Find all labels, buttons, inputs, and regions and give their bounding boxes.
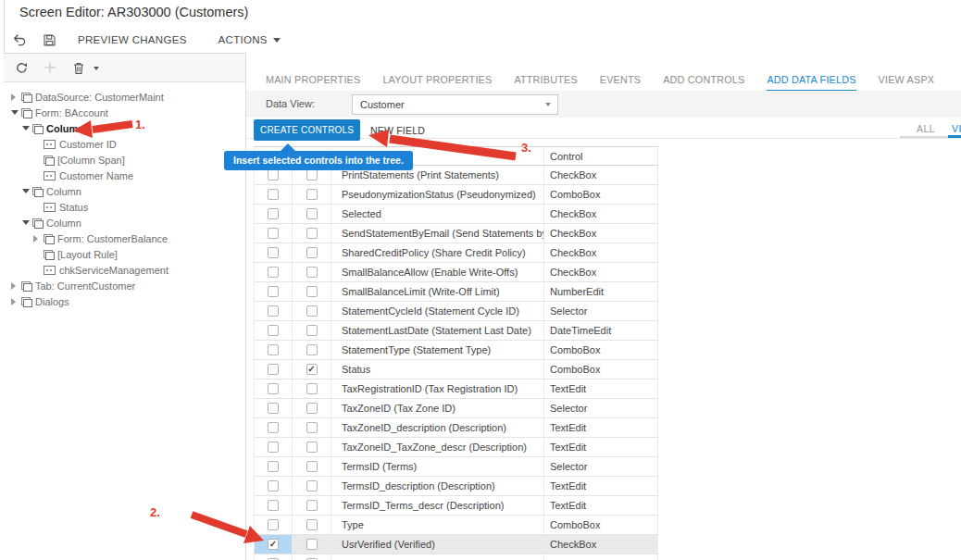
grid-row-usrverified-verified[interactable]: UsrVerified (Verified)CheckBox [254, 535, 658, 554]
back-icon[interactable] [11, 31, 28, 48]
grid-row-type[interactable]: TypeComboBox [254, 516, 658, 535]
row-checkbox-1[interactable] [268, 403, 279, 414]
grid-row-termsid-description-description[interactable]: TermsID_description (Description)TextEdi… [254, 477, 658, 496]
row-checkbox-1[interactable] [268, 208, 279, 219]
row-checkbox-1[interactable] [268, 247, 279, 258]
tab-add-data-fields[interactable]: ADD DATA FIELDS [767, 74, 855, 93]
row-checkbox-2[interactable] [306, 189, 318, 200]
grid-row-statementcycleid-statement-cycle-id[interactable]: StatementCycleId (Statement Cycle ID)Sel… [254, 302, 658, 321]
row-checkbox-2[interactable] [306, 169, 318, 180]
tree-item-form-customerbalance[interactable]: Form: CustomerBalance [4, 230, 245, 246]
row-checkbox-2[interactable] [306, 403, 318, 414]
tree-expander-icon[interactable] [11, 296, 21, 307]
row-checkbox-2[interactable] [306, 286, 318, 297]
preview-changes-button[interactable]: PREVIEW CHANGES [78, 34, 187, 45]
row-checkbox-1[interactable] [268, 228, 279, 239]
grid-row-termsid-terms[interactable]: TermsID (Terms)Selector [254, 457, 658, 477]
grid-row-pseudonymizationstatus-pseudonymized[interactable]: PseudonymizationStatus (Pseudonymized)Co… [254, 185, 658, 205]
tree-expander-icon[interactable] [22, 216, 32, 230]
row-checkbox-2[interactable] [306, 422, 318, 433]
tree-item-tab-currentcustomer[interactable]: Tab: CurrentCustomer [4, 278, 245, 293]
row-checkbox-1[interactable] [268, 519, 279, 530]
row-checkbox-2[interactable] [306, 364, 318, 375]
row-checkbox-1[interactable] [268, 539, 279, 550]
row-checkbox-1[interactable] [268, 480, 279, 492]
row-checkbox-1[interactable] [268, 305, 279, 317]
tab-attributes[interactable]: ATTRIBUTES [514, 74, 577, 93]
row-checkbox-2[interactable] [306, 383, 318, 394]
row-checkbox-1[interactable] [268, 364, 279, 375]
row-checkbox-1[interactable] [268, 500, 279, 511]
grid-row-sharedcreditpolicy-share-credit-policy[interactable]: SharedCreditPolicy (Share Credit Policy)… [254, 243, 658, 263]
tree-item-column-span[interactable]: [Column Span] [4, 152, 245, 168]
delete-icon[interactable] [70, 59, 87, 76]
tree-expander-icon[interactable] [11, 280, 21, 292]
row-checkbox-2[interactable] [306, 442, 318, 453]
grid-row-termsid-terms-descr-description[interactable]: TermsID_Terms_descr (Description)TextEdi… [254, 496, 658, 516]
grid-row-status[interactable]: StatusComboBox [254, 360, 658, 380]
tree-item-datasource-customermaint[interactable]: DataSource: CustomerMaint [4, 89, 245, 105]
grid-row-taxzoneid-taxzone-descr-description[interactable]: TaxZoneID_TaxZone_descr (Description)Tex… [254, 438, 658, 457]
new-field-button[interactable]: NEW FIELD [370, 125, 425, 136]
data-view-select[interactable]: Customer [352, 94, 558, 115]
tree-item-column[interactable]: Column [4, 120, 245, 136]
tree-item-column[interactable]: Column [4, 183, 245, 199]
row-checkbox-2[interactable] [306, 461, 318, 472]
add-icon[interactable] [42, 59, 58, 76]
tab-main-properties[interactable]: MAIN PROPERTIES [266, 74, 360, 93]
row-checkbox-1[interactable] [268, 461, 279, 472]
row-checkbox-1[interactable] [268, 189, 279, 200]
grid-row-taxzoneid-tax-zone-id[interactable]: TaxZoneID (Tax Zone ID)Selector [254, 399, 658, 418]
actions-menu-button[interactable]: ACTIONS [218, 34, 281, 46]
save-icon[interactable] [41, 31, 57, 48]
row-checkbox-2[interactable] [306, 305, 318, 317]
filter-tab-all[interactable]: ALL [917, 123, 935, 134]
row-checkbox-1[interactable] [268, 383, 279, 394]
row-checkbox-2[interactable] [306, 208, 318, 219]
tab-events[interactable]: EVENTS [600, 74, 641, 93]
tree-item-status[interactable]: Status [4, 199, 245, 215]
row-checkbox-2[interactable] [306, 519, 318, 530]
row-checkbox-1[interactable] [268, 286, 279, 297]
tree-item-column[interactable]: Column [4, 215, 245, 230]
row-checkbox-1[interactable] [268, 325, 279, 336]
row-checkbox-1[interactable] [268, 344, 279, 355]
grid-row-viewincrm-view-in-crm[interactable]: ViewInCrm (View In CRM)CheckBox [254, 554, 658, 560]
tree-item-form-baccount[interactable]: Form: BAccount [4, 105, 245, 120]
row-checkbox-2[interactable] [306, 500, 318, 511]
row-checkbox-2[interactable] [306, 344, 318, 355]
row-checkbox-2[interactable] [306, 480, 318, 492]
tree-expander-icon[interactable] [22, 184, 32, 199]
row-checkbox-1[interactable] [268, 267, 279, 278]
row-checkbox-1[interactable] [268, 422, 279, 433]
row-checkbox-2[interactable] [306, 247, 318, 258]
tree-item-dialogs[interactable]: Dialogs [4, 293, 245, 309]
row-checkbox-2[interactable] [306, 539, 318, 550]
tree-expander-icon[interactable] [11, 92, 21, 103]
tab-add-controls[interactable]: ADD CONTROLS [663, 74, 744, 93]
grid-row-sendstatementbyemail-send-statements-by-ema[interactable]: SendStatementByEmail (Send Statements by… [254, 224, 658, 243]
grid-row-smallbalanceallow-enable-write-offs[interactable]: SmallBalanceAllow (Enable Write-Offs)Che… [254, 263, 658, 282]
grid-row-statementtype-statement-type[interactable]: StatementType (Statement Type)ComboBox [254, 341, 658, 360]
refresh-icon[interactable] [13, 59, 30, 76]
tree-item-layout-rule[interactable]: [Layout Rule] [4, 246, 245, 262]
grid-row-selected[interactable]: SelectedCheckBox [254, 205, 658, 224]
row-checkbox-1[interactable] [268, 442, 279, 453]
tab-view-aspx[interactable]: VIEW ASPX [879, 74, 935, 93]
grid-row-taxregistrationid-tax-registration-id[interactable]: TaxRegistrationID (Tax Registration ID)T… [254, 380, 658, 399]
tree-item-chkservicemanagement[interactable]: chkServiceManagement [4, 262, 245, 278]
grid-row-statementlastdate-statement-last-date[interactable]: StatementLastDate (Statement Last Date)D… [254, 321, 658, 341]
tree-item-customer-id[interactable]: Customer ID [4, 136, 245, 152]
row-checkbox-2[interactable] [306, 325, 318, 336]
grid-row-taxzoneid-description-description[interactable]: TaxZoneID_description (Description)TextE… [254, 418, 658, 438]
tree-expander-icon[interactable] [11, 106, 21, 120]
tree-expander-icon[interactable] [22, 121, 32, 136]
tab-layout-properties[interactable]: LAYOUT PROPERTIES [382, 74, 492, 93]
row-checkbox-2[interactable] [306, 267, 318, 278]
row-checkbox-1[interactable] [268, 169, 279, 180]
create-controls-button[interactable]: CREATE CONTROLS [254, 119, 360, 141]
grid-row-smallbalancelimit-write-off-limit[interactable]: SmallBalanceLimit (Write-Off Limit)Numbe… [254, 282, 658, 302]
row-checkbox-2[interactable] [306, 228, 318, 239]
delete-dropdown-icon[interactable] [94, 67, 99, 73]
tree-expander-icon[interactable] [33, 233, 44, 244]
